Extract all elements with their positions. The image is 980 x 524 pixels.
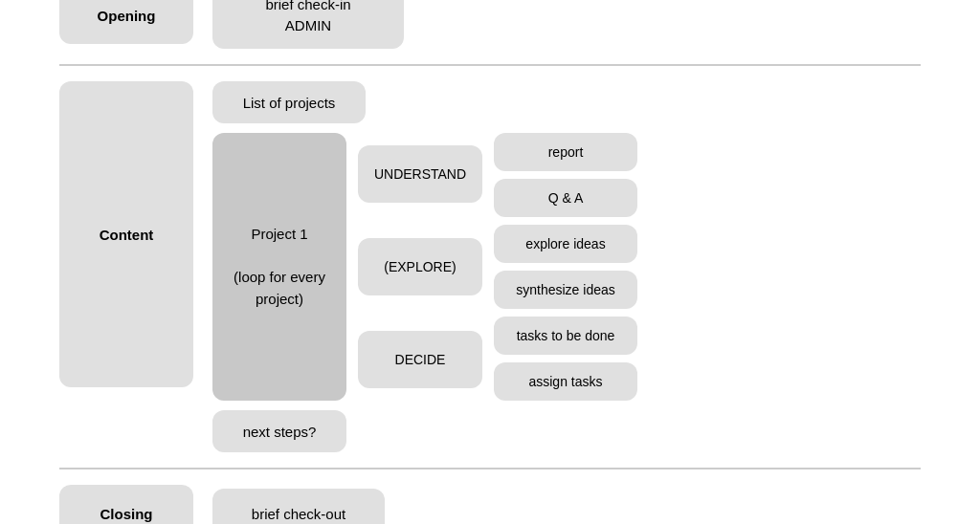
activity-explore-ideas: explore ideas <box>494 225 637 263</box>
opening-row: Opening brief check-in ADMIN <box>59 0 921 66</box>
content-inner: List of projects Project 1 (loop for eve… <box>212 81 921 452</box>
closing-box: brief check-out <box>212 489 385 524</box>
opening-text: brief check-in ADMIN <box>265 0 350 37</box>
activities-column: report Q & A explore ideas synthesize id… <box>494 133 637 401</box>
closing-label: Closing <box>59 485 193 524</box>
content-label: Content <box>59 81 193 387</box>
activity-synthesize-ideas: synthesize ideas <box>494 271 637 309</box>
activity-assign-tasks: assign tasks <box>494 362 637 401</box>
content-row: Content List of projects Project 1 (loop… <box>59 66 921 469</box>
opening-label: Opening <box>59 0 193 44</box>
opening-box: brief check-in ADMIN <box>212 0 404 49</box>
list-of-projects-box: List of projects <box>212 81 366 123</box>
phase-decide: DECIDE <box>358 331 482 388</box>
closing-row: Closing brief check-out <box>59 469 921 524</box>
next-steps-box: next steps? <box>212 410 346 452</box>
activity-tasks-to-be-done: tasks to be done <box>494 317 637 355</box>
project1-box: Project 1 (loop for every project) <box>212 133 346 401</box>
phase-explore: (EXPLORE) <box>358 238 482 295</box>
content-main: Project 1 (loop for every project) UNDER… <box>212 133 921 401</box>
activity-qa: Q & A <box>494 179 637 217</box>
activity-report: report <box>494 133 637 171</box>
phases-column: UNDERSTAND (EXPLORE) DECIDE <box>358 133 482 401</box>
diagram: Opening brief check-in ADMIN Content Lis… <box>59 0 921 524</box>
phase-understand: UNDERSTAND <box>358 145 482 203</box>
